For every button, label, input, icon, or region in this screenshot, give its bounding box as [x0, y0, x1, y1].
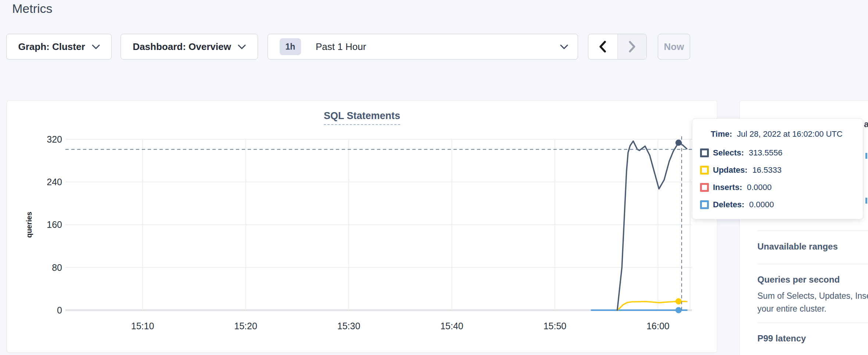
graph-scope-dropdown[interactable]: Graph: Cluster — [6, 34, 112, 60]
metrics-page: Metrics Graph: Cluster Dashboard: Overvi… — [0, 0, 868, 355]
svg-text:queries: queries — [25, 212, 33, 238]
chevron-down-icon — [238, 44, 246, 50]
now-button[interactable]: Now — [658, 34, 690, 60]
chart-hover-tooltip: Time: Jul 28, 2022 at 16:02:00 UTC Selec… — [692, 118, 863, 219]
chevron-left-icon — [598, 40, 607, 53]
svg-text:0: 0 — [57, 305, 62, 315]
summary-item-description-line: your entire cluster. — [757, 304, 826, 314]
tooltip-series-row: Deletes: 0.0000 — [700, 200, 774, 209]
inserts-series-swatch-icon — [700, 183, 709, 192]
divider — [757, 230, 868, 231]
tooltip-series-row: Inserts: 0.0000 — [700, 183, 772, 192]
svg-text:15:40: 15:40 — [440, 321, 463, 331]
sql-statements-chart-card: SQL Statements 08016024032015:1015:2015:… — [7, 100, 717, 353]
time-range-badge: 1h — [280, 38, 301, 55]
svg-text:15:20: 15:20 — [234, 321, 257, 331]
chevron-down-icon — [92, 44, 100, 50]
svg-text:240: 240 — [47, 177, 62, 187]
chart-title-text[interactable]: SQL Statements — [324, 110, 400, 125]
updates-series-swatch-icon — [700, 166, 709, 175]
svg-text:320: 320 — [47, 134, 62, 144]
svg-text:15:50: 15:50 — [544, 321, 567, 331]
divider — [757, 323, 868, 323]
tooltip-time-row: Time: Jul 28, 2022 at 16:02:00 UTC — [711, 129, 843, 139]
clipped-content-fragment — [865, 198, 867, 204]
summary-item-p99-latency: P99 latency — [757, 333, 806, 344]
tooltip-time-label: Time: — [711, 129, 732, 139]
summary-item-description-line: Sum of Selects, Updates, Inser — [757, 291, 868, 301]
tooltip-series-row: Selects: 313.5556 — [700, 148, 782, 158]
svg-text:15:10: 15:10 — [131, 321, 154, 331]
tooltip-series-row: Updates: 16.5333 — [700, 165, 782, 175]
sql-statements-chart[interactable]: 08016024032015:1015:2015:3015:4015:5016:… — [7, 101, 717, 352]
chevron-right-icon — [628, 40, 636, 53]
svg-text:160: 160 — [47, 219, 62, 230]
svg-text:16:00: 16:00 — [646, 321, 670, 331]
time-range-label: Past 1 Hour — [316, 41, 366, 53]
time-range-dropdown[interactable]: 1h Past 1 Hour — [268, 34, 578, 60]
graph-scope-label: Graph: Cluster — [18, 41, 85, 53]
summary-item-queries-per-second: Queries per second — [757, 275, 840, 285]
tooltip-time-value: Jul 28, 2022 at 16:02:00 UTC — [737, 129, 842, 139]
selects-series-swatch-icon — [700, 148, 709, 157]
divider — [757, 264, 868, 264]
deletes-series-swatch-icon — [700, 200, 709, 209]
next-time-window-button[interactable] — [617, 34, 647, 59]
time-window-nav — [588, 34, 647, 60]
prev-time-window-button[interactable] — [588, 34, 617, 59]
page-title: Metrics — [12, 1, 53, 16]
chevron-down-icon — [560, 44, 568, 50]
dashboard-label: Dashboard: Overview — [133, 41, 231, 53]
summary-item-unavailable-ranges: Unavailable ranges — [757, 241, 838, 252]
svg-text:80: 80 — [52, 262, 62, 273]
svg-text:15:30: 15:30 — [337, 321, 361, 331]
clipped-text-fragment: a — [864, 119, 868, 129]
dashboard-dropdown[interactable]: Dashboard: Overview — [121, 34, 258, 60]
chart-title: SQL Statements — [7, 110, 717, 122]
clipped-content-fragment — [865, 153, 867, 159]
